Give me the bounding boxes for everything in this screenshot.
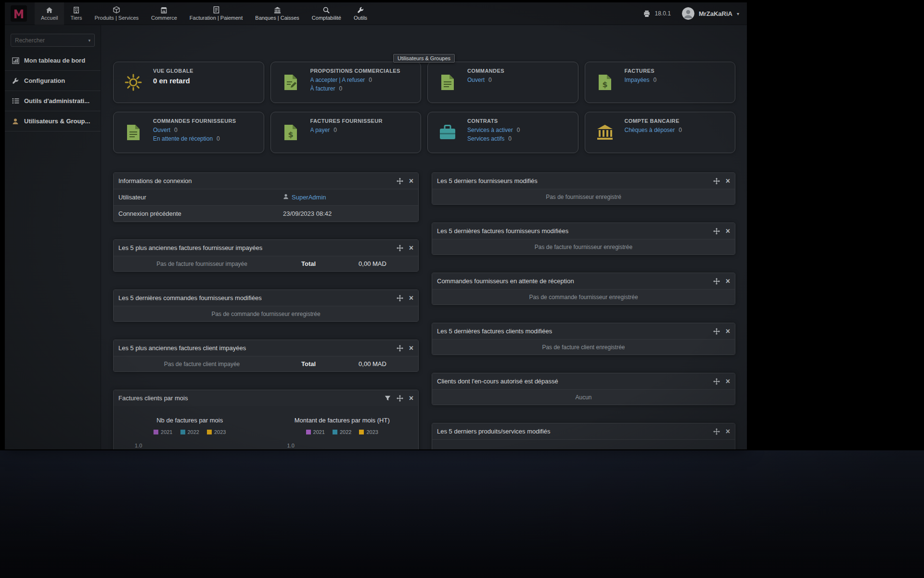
widget-body-clipped bbox=[432, 439, 735, 449]
kpi-grid: VUE GLOBALE 0 en retard PROPOSITIONS COM… bbox=[113, 62, 735, 153]
menu-produits-services[interactable]: Produits | Services bbox=[89, 2, 145, 25]
kpi-count: 0 bbox=[488, 77, 492, 83]
close-icon[interactable]: × bbox=[726, 328, 730, 335]
kpi-count: 0 bbox=[654, 77, 657, 83]
move-icon[interactable] bbox=[397, 178, 403, 184]
close-icon[interactable]: × bbox=[726, 428, 730, 435]
printer-icon[interactable] bbox=[643, 10, 651, 17]
close-icon[interactable]: × bbox=[409, 294, 413, 302]
kpi-title: FACTURES bbox=[625, 68, 735, 74]
close-icon[interactable]: × bbox=[726, 227, 730, 235]
close-icon[interactable]: × bbox=[726, 277, 730, 285]
menu-banques-caisses[interactable]: Banques | Caisses bbox=[249, 2, 306, 25]
menu-label: Accueil bbox=[41, 15, 58, 21]
menu-label: Comptabilité bbox=[312, 15, 341, 21]
move-icon[interactable] bbox=[713, 428, 720, 435]
top-menubar: Accueil Tiers Produits | Services Commer… bbox=[5, 2, 747, 25]
total-value: 0,00 MAD bbox=[327, 360, 418, 368]
move-icon[interactable] bbox=[713, 228, 720, 235]
move-icon[interactable] bbox=[713, 178, 720, 184]
sidebar-item-configuration[interactable]: Configuration bbox=[5, 71, 101, 91]
app-logo[interactable] bbox=[11, 5, 27, 22]
move-icon[interactable] bbox=[397, 295, 403, 302]
close-icon[interactable]: × bbox=[409, 244, 413, 252]
chart-nb-factures: Nb de factures par mois 2021 2022 2023 1… bbox=[114, 417, 266, 448]
kpi-link[interactable]: Services à activer bbox=[467, 127, 513, 133]
empty-message: Pas de facture client impayée bbox=[114, 361, 290, 368]
version-label: 18.0.1 bbox=[655, 10, 671, 17]
total-value: 0,00 MAD bbox=[327, 260, 418, 267]
legend-label: 2021 bbox=[161, 429, 172, 435]
close-icon[interactable]: × bbox=[726, 378, 730, 385]
kpi-link[interactable]: A accepter | A refuser bbox=[310, 77, 365, 83]
dolibarr-window: Accueil Tiers Produits | Services Commer… bbox=[5, 2, 747, 449]
row-label: Connexion précédente bbox=[114, 210, 283, 217]
search-field[interactable] bbox=[15, 37, 85, 44]
kpi-link[interactable]: Impayées bbox=[625, 77, 650, 83]
table-row: Utilisateur SuperAdmin bbox=[114, 189, 418, 205]
superadmin-link[interactable]: SuperAdmin bbox=[292, 194, 326, 201]
sidebar-item-label: Utilisateurs & Group... bbox=[24, 118, 90, 125]
move-icon[interactable] bbox=[397, 395, 403, 402]
admin-tools-icon bbox=[12, 98, 19, 104]
menu-tiers[interactable]: Tiers bbox=[64, 2, 88, 25]
search-input[interactable]: ▾ bbox=[11, 34, 95, 47]
kpi-propositions: PROPOSITIONS COMMERCIALES A accepter | A… bbox=[270, 62, 422, 103]
move-icon[interactable] bbox=[397, 245, 403, 251]
sidebar-item-dashboard[interactable]: Mon tableau de bord bbox=[5, 51, 101, 71]
close-icon[interactable]: × bbox=[409, 344, 413, 352]
home-icon bbox=[46, 6, 53, 13]
y-axis-tick: 1.0 bbox=[287, 443, 419, 448]
menu-comptabilite[interactable]: Comptabilité bbox=[306, 2, 347, 25]
kpi-count: 0 bbox=[334, 127, 337, 133]
empty-message: Pas de fournisseur enregistré bbox=[432, 189, 735, 204]
filter-icon[interactable] bbox=[385, 395, 391, 401]
kpi-count: 0 bbox=[369, 77, 372, 83]
move-icon[interactable] bbox=[713, 378, 720, 385]
kpi-link[interactable]: En attente de réception bbox=[153, 135, 213, 142]
sidebar-item-users-groups[interactable]: Utilisateurs & Group... bbox=[5, 111, 101, 131]
accounting-icon bbox=[323, 6, 330, 13]
move-icon[interactable] bbox=[713, 328, 720, 335]
close-icon[interactable]: × bbox=[726, 177, 730, 185]
kpi-link[interactable]: Chèques à déposer bbox=[625, 127, 675, 133]
menu-facturation-paiement[interactable]: Facturation | Paiement bbox=[183, 2, 249, 25]
move-icon[interactable] bbox=[397, 345, 403, 352]
close-icon[interactable]: × bbox=[409, 394, 413, 402]
widget-title: Les 5 plus anciennes factures fournisseu… bbox=[118, 244, 397, 251]
chevron-down-icon[interactable]: ▾ bbox=[737, 11, 739, 16]
close-icon[interactable]: × bbox=[409, 177, 413, 185]
kpi-title: VUE GLOBALE bbox=[153, 68, 264, 74]
kpi-link[interactable]: Ouvert bbox=[153, 127, 170, 133]
chart-title: Montant de factures par mois (HT) bbox=[266, 417, 419, 424]
kpi-contrats: CONTRATS Services à activer0 Services ac… bbox=[427, 112, 578, 153]
y-axis-tick: 1.0 bbox=[135, 443, 266, 448]
legend-swatch-2021 bbox=[154, 430, 158, 434]
move-icon[interactable] bbox=[713, 278, 720, 285]
left-sidebar: ▾ Mon tableau de bord Configuration Outi… bbox=[5, 25, 101, 449]
menu-accueil[interactable]: Accueil bbox=[35, 2, 64, 25]
kpi-link[interactable]: Ouvert bbox=[467, 77, 485, 83]
widget-title: Les 5 dernières factures clients modifié… bbox=[437, 328, 713, 335]
search-caret-icon[interactable]: ▾ bbox=[88, 38, 90, 43]
tooltip: Utilisateurs & Groupes bbox=[393, 54, 455, 63]
legend-label: 2023 bbox=[366, 429, 378, 435]
sidebar-item-admin-tools[interactable]: Outils d'administrati... bbox=[5, 91, 101, 111]
commerce-icon bbox=[160, 6, 167, 13]
svg-text:$: $ bbox=[602, 80, 607, 89]
topbar-right-cluster: 18.0.1 MrZaKaRiA ▾ bbox=[643, 7, 747, 20]
menu-outils[interactable]: Outils bbox=[347, 2, 373, 25]
user-menu[interactable]: MrZaKaRiA bbox=[699, 10, 732, 17]
sidebar-item-label: Outils d'administrati... bbox=[24, 97, 90, 105]
billing-icon bbox=[213, 6, 219, 13]
avatar[interactable] bbox=[682, 7, 694, 20]
kpi-count: 0 bbox=[517, 127, 520, 133]
kpi-link[interactable]: Services actifs bbox=[467, 135, 504, 142]
menu-label: Outils bbox=[354, 15, 367, 21]
users-icon bbox=[12, 118, 19, 125]
kpi-link[interactable]: A payer bbox=[310, 127, 330, 133]
menu-commerce[interactable]: Commerce bbox=[145, 2, 183, 25]
kpi-factures: $ FACTURES Impayées0 bbox=[585, 62, 736, 103]
kpi-link[interactable]: À facturer bbox=[310, 85, 335, 92]
widget-title: Les 5 dernières factures fournisseurs mo… bbox=[437, 227, 713, 235]
